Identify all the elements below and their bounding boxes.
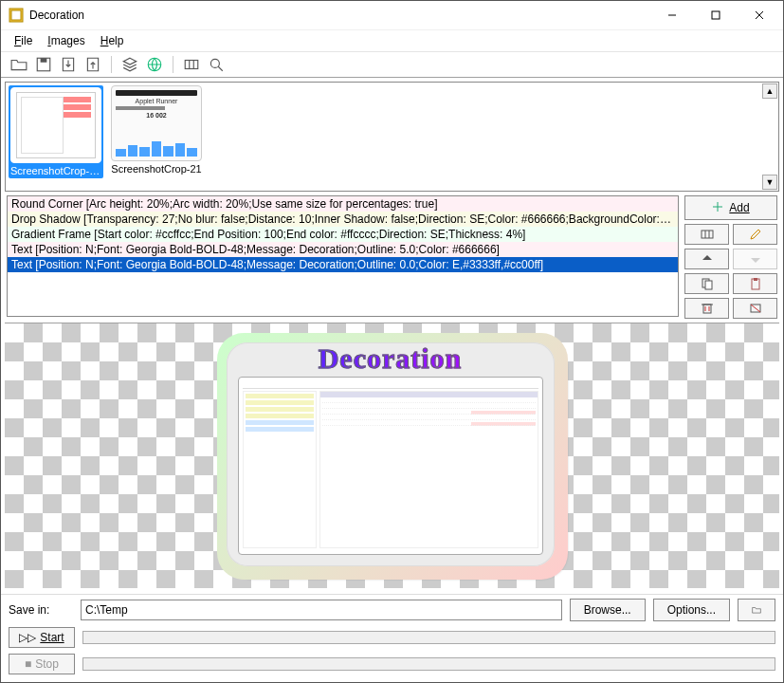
effect-side-buttons: Add [684,195,777,319]
app-icon [9,8,24,23]
browse-button[interactable]: Browse... [570,599,646,621]
stop-icon: ■ [25,657,31,671]
toolbar-separator [111,56,112,73]
toolbar [1,51,783,78]
move-up-button[interactable] [684,249,729,269]
maximize-button[interactable] [694,1,738,29]
menubar: File Images Help [1,29,783,51]
svg-rect-23 [703,305,711,313]
thumbnail-preview [10,87,101,163]
preview-area: Decoration [5,323,779,588]
decoration-title-text: Decoration [227,342,555,375]
window-title: Decoration [29,9,650,22]
effect-row-selected[interactable]: Text [Position: N;Font: Georgia Bold-BOL… [8,257,678,272]
effect-row[interactable]: Round Corner [Arc height: 20%;Arc width:… [8,196,678,212]
bottom-panel: Save in: Browse... Options... ▷▷ Start ■… [1,594,783,682]
move-down-button[interactable] [733,249,777,269]
toolbar-save-icon[interactable] [35,56,52,73]
svg-rect-22 [754,278,757,281]
stop-progress-bar [82,657,775,671]
plus-icon [712,201,723,215]
toolbar-layers-icon[interactable] [121,56,138,73]
save-row: Save in: Browse... Options... [9,599,775,621]
preview-frame: Decoration [217,333,568,580]
minimize-button[interactable] [650,1,694,29]
play-icon: ▷▷ [19,631,36,644]
effect-row[interactable]: Gradient Frame [Start color: #ccffcc;End… [8,227,678,242]
stop-row: ■ Stop [9,654,775,674]
rounded-card: Decoration [227,342,555,566]
add-button[interactable]: Add [684,195,777,220]
thumbnail-caption: ScreenshotCrop-20... [10,165,101,176]
stop-button[interactable]: ■ Stop [9,654,75,674]
start-progress-bar [82,631,775,644]
effects-list[interactable]: Round Corner [Arc height: 20%;Arc width:… [7,195,679,317]
start-row: ▷▷ Start [9,627,775,648]
svg-rect-16 [702,231,713,238]
thumbnail-caption: ScreenshotCrop-21 [109,163,204,175]
thumbnail-item[interactable]: Applet Runner 16 002 ScreenshotCrop-21 [109,85,204,175]
clear-button[interactable] [733,298,777,319]
titlebar: Decoration [1,1,783,29]
inner-screenshot [238,377,543,555]
toolbar-export-icon[interactable] [84,56,101,73]
thumb-scroll-down[interactable]: ▼ [762,175,777,190]
toolbar-separator [173,56,173,73]
svg-rect-1 [11,10,21,20]
thumbnail-item[interactable]: ScreenshotCrop-20... [9,85,103,178]
delete-button[interactable] [684,298,729,319]
thumbnail-preview: Applet Runner 16 002 [111,85,202,161]
svg-line-28 [751,305,760,312]
effect-row[interactable]: Drop Shadow [Transparency: 27;No blur: f… [8,212,678,227]
svg-line-13 [218,66,223,71]
toolbar-grid-icon[interactable] [183,56,200,73]
save-path-input[interactable] [81,600,562,620]
toolbar-open-icon[interactable] [10,56,27,73]
svg-rect-7 [41,58,47,63]
open-folder-button[interactable] [738,599,775,621]
close-button[interactable] [738,1,781,29]
menu-help[interactable]: Help [93,32,132,49]
effect-row[interactable]: Text [Position: N;Font: Georgia Bold-BOL… [8,242,678,257]
svg-rect-3 [712,11,720,19]
thumbnail-strip: ScreenshotCrop-20... Applet Runner 16 00… [5,82,779,192]
menu-file[interactable]: File [7,32,40,49]
svg-rect-9 [185,61,198,69]
svg-rect-20 [705,281,712,289]
edit-button[interactable] [733,224,777,245]
start-button[interactable]: ▷▷ Start [9,627,75,648]
menu-images[interactable]: Images [40,32,92,49]
toolbar-globe-icon[interactable] [146,56,163,73]
toolbar-import-icon[interactable] [60,56,77,73]
svg-point-12 [210,59,219,67]
paste-button[interactable] [733,273,777,294]
options-button[interactable]: Options... [653,599,730,621]
save-in-label: Save in: [9,603,73,617]
settings-button[interactable] [684,224,729,245]
copy-button[interactable] [684,273,729,294]
thumb-scroll-up[interactable]: ▲ [762,83,777,99]
toolbar-zoom-icon[interactable] [208,56,225,73]
